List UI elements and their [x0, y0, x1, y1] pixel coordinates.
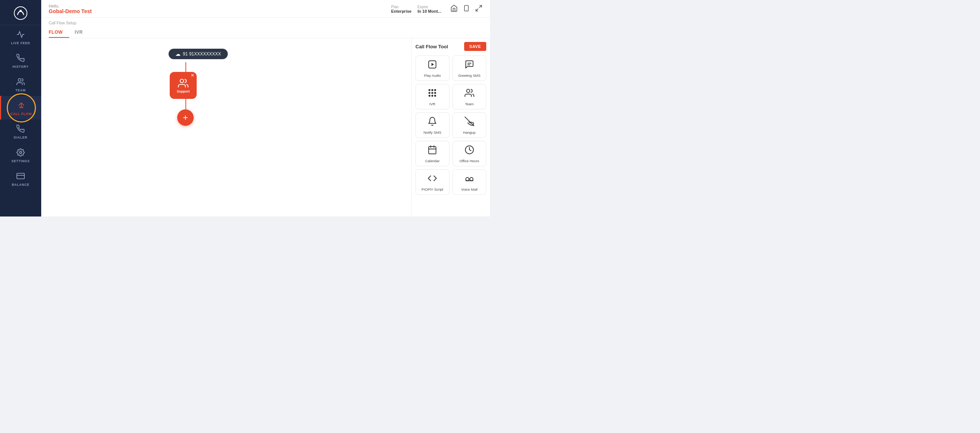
- flow-connector-2: [185, 99, 186, 109]
- sidebar-item-dialer[interactable]: DIALER: [0, 119, 41, 143]
- flow-canvas: ☁ 91 91XXXXXXXXX ✕ Support: [41, 38, 490, 216]
- support-node-label: Support: [177, 89, 190, 93]
- svg-point-18: [429, 89, 430, 91]
- settings-icon: [16, 148, 25, 158]
- play-audio-label: Play Audio: [424, 73, 441, 78]
- tool-notify-sms[interactable]: Notify SMS: [415, 112, 450, 138]
- ivr-icon: [428, 88, 437, 100]
- svg-point-22: [432, 92, 433, 93]
- svg-point-23: [434, 92, 436, 93]
- expire-value: In 10 Mont...: [417, 9, 441, 13]
- flow-add-button[interactable]: +: [177, 109, 194, 126]
- call-flow-icon: [17, 101, 25, 110]
- hello-text: Hello,: [49, 4, 92, 8]
- svg-point-1: [19, 10, 22, 12]
- sidebar: LIVE FEED HISTORY: [0, 0, 41, 216]
- start-node-number: 91 91XXXXXXXXX: [183, 51, 221, 57]
- tool-greeting-sms[interactable]: Greeting SMS: [453, 56, 487, 81]
- plan-info: Plan Enterprise Expire In 10 Mont...: [391, 5, 441, 13]
- piopiy-script-icon: [428, 174, 437, 185]
- app-container: LIVE FEED HISTORY: [0, 0, 490, 216]
- balance-icon: [16, 172, 25, 181]
- voice-mail-label: Voice Mail: [461, 187, 477, 191]
- notify-sms-label: Notify SMS: [423, 131, 441, 134]
- svg-point-25: [432, 95, 433, 96]
- svg-point-34: [466, 178, 469, 181]
- svg-point-21: [429, 92, 430, 93]
- sidebar-item-call-flow[interactable]: CALL FLOW: [0, 96, 41, 119]
- save-button[interactable]: SAVE: [464, 42, 486, 51]
- tab-ivr[interactable]: IVR: [75, 27, 89, 38]
- cloud-icon: ☁: [175, 51, 181, 57]
- logo[interactable]: [0, 0, 41, 25]
- svg-point-26: [434, 95, 436, 96]
- svg-point-6: [19, 151, 22, 154]
- sidebar-item-live-feed[interactable]: LIVE FEED: [0, 25, 41, 49]
- office-hours-label: Office Hours: [459, 159, 479, 163]
- right-panel: Call Flow Tool SAVE Play Audio: [411, 38, 490, 216]
- team-tool-label: Team: [465, 102, 474, 106]
- svg-rect-7: [17, 174, 24, 179]
- dialer-icon: [16, 125, 25, 134]
- tab-flow[interactable]: FLOW: [49, 27, 69, 38]
- flow-support-node[interactable]: ✕ Support: [170, 72, 197, 99]
- main-content: Hello, Gobal-Demo Test Plan Enterprise E…: [41, 0, 490, 216]
- calendar-icon: [428, 145, 437, 157]
- sidebar-item-live-feed-label: LIVE FEED: [11, 41, 30, 45]
- live-feed-icon: [16, 30, 25, 40]
- expand-icon[interactable]: [475, 5, 482, 14]
- support-node-close-btn[interactable]: ✕: [191, 73, 194, 78]
- sidebar-item-balance-label: BALANCE: [12, 183, 29, 186]
- svg-line-11: [479, 5, 482, 8]
- sidebar-item-balance[interactable]: BALANCE: [0, 167, 41, 190]
- tool-play-audio[interactable]: Play Audio: [415, 56, 450, 81]
- sidebar-item-settings[interactable]: SETTINGS: [0, 143, 41, 167]
- svg-line-12: [476, 9, 478, 11]
- sidebar-item-settings-label: SETTINGS: [12, 159, 30, 163]
- add-button-icon: +: [183, 112, 188, 123]
- svg-rect-29: [429, 146, 436, 154]
- svg-point-20: [434, 89, 436, 91]
- tool-voice-mail[interactable]: Voice Mail: [453, 169, 487, 195]
- svg-point-2: [18, 79, 21, 81]
- voice-mail-icon: [465, 174, 474, 185]
- plan-label: Plan: [391, 5, 411, 9]
- tabs: FLOW IVR: [49, 27, 482, 38]
- support-node-team-icon: [178, 78, 188, 88]
- sidebar-item-call-flow-label: CALL FLOW: [11, 112, 32, 116]
- sidebar-item-dialer-label: DIALER: [14, 135, 27, 139]
- sidebar-item-team-label: TEAM: [15, 88, 25, 92]
- ivr-label: IVR: [429, 102, 435, 106]
- team-icon: [16, 78, 25, 87]
- header-icons: [450, 5, 482, 14]
- history-icon: [16, 54, 25, 63]
- tabs-area: Call Flow Setup FLOW IVR: [41, 18, 490, 38]
- mobile-icon[interactable]: [463, 5, 470, 14]
- tool-calendar[interactable]: Calendar: [415, 141, 450, 166]
- tool-office-hours[interactable]: Office Hours: [453, 141, 487, 166]
- svg-point-0: [14, 7, 27, 19]
- plan-value: Enterprise: [391, 9, 411, 13]
- sidebar-item-history[interactable]: HISTORY: [0, 49, 41, 72]
- flow-connector-1: [185, 62, 186, 73]
- notify-sms-icon: [428, 116, 437, 129]
- hangup-icon: [465, 116, 474, 129]
- tool-ivr[interactable]: IVR: [415, 84, 450, 109]
- expire-group: Expire In 10 Mont...: [417, 5, 441, 13]
- tools-grid: Play Audio Greeting SMS: [415, 56, 486, 195]
- header-right: Plan Enterprise Expire In 10 Mont...: [391, 5, 482, 14]
- svg-point-13: [180, 79, 184, 83]
- home-icon[interactable]: [450, 5, 458, 14]
- greeting-sms-icon: [465, 60, 474, 72]
- breadcrumb: Call Flow Setup: [49, 21, 482, 25]
- greeting-sms-label: Greeting SMS: [458, 73, 480, 78]
- hangup-label: Hangup: [463, 131, 476, 134]
- svg-point-19: [432, 89, 433, 91]
- tool-hangup[interactable]: Hangup: [453, 112, 487, 138]
- tool-team[interactable]: Team: [453, 84, 487, 109]
- play-audio-icon: [428, 60, 437, 72]
- sidebar-item-team[interactable]: TEAM: [0, 72, 41, 96]
- header-left: Hello, Gobal-Demo Test: [49, 4, 92, 14]
- svg-point-27: [466, 89, 470, 92]
- tool-piopiy-script[interactable]: PIOPiY Script: [415, 169, 450, 195]
